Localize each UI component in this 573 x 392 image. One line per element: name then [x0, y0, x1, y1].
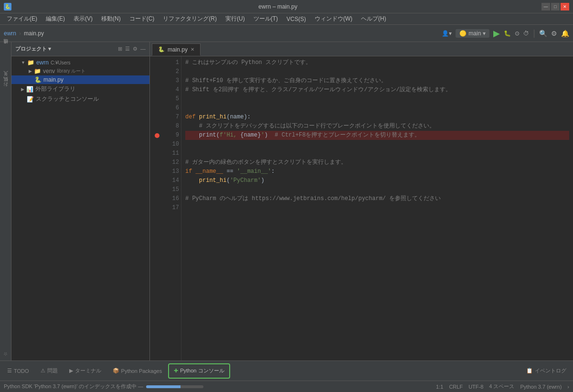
code-line-10 — [185, 140, 569, 149]
code-line-17 — [185, 203, 569, 212]
menu-view[interactable]: 表示(V) — [70, 14, 96, 24]
sidebar-tab-star[interactable]: ☆ — [1, 348, 10, 360]
panel-icon-close[interactable]: — — [140, 46, 146, 52]
bottom-tab-problems[interactable]: ⚠ 問題 — [35, 363, 63, 379]
tree-item-venv[interactable]: ▶ 📁 venv library ルート — [11, 67, 149, 75]
code-line-16: # PyCharm のヘルプは https://www.jetbrains.co… — [185, 194, 569, 203]
close-button[interactable]: ✕ — [561, 3, 569, 11]
panel-icon-gear[interactable]: ⊞ — [118, 46, 122, 52]
minimize-button[interactable]: — — [541, 3, 550, 11]
tree-item-root[interactable]: ▼ 📁 ewrn C:¥Users — [11, 58, 149, 67]
code-line-13: if __name__ == '__main__': — [185, 167, 569, 176]
notifications-icon[interactable]: 🔔 — [561, 30, 569, 37]
breadcrumb: ewrn › main.py — [4, 30, 44, 37]
todo-icon: ☰ — [7, 368, 12, 374]
menu-code[interactable]: コード(C) — [126, 14, 159, 24]
title-bar: 🐍 ewrn – main.py — □ ✕ — [0, 0, 573, 13]
python-packages-label: Python Packages — [121, 368, 162, 374]
user-icon[interactable]: 👤▾ — [442, 30, 452, 37]
panel-icon-list[interactable]: ☰ — [125, 46, 130, 52]
breakpoint-marker — [155, 133, 159, 138]
expand-icon-extlib: ▶ — [21, 87, 24, 92]
indent-spaces[interactable]: 4 スペース — [489, 383, 514, 390]
line-ending[interactable]: CRLF — [449, 384, 463, 390]
sidebar-tab-structure[interactable]: 構造 — [0, 44, 11, 52]
debug-button[interactable]: 🐛 — [504, 30, 511, 37]
code-line-8: # スクリプトをデバッグするには以下のコード行でブレークポイントを使用してくださ… — [185, 122, 569, 131]
code-line-3: # Shift+F10 を押して実行するか、ご自身のコードに置き換えてください。 — [185, 76, 569, 85]
breadcrumb-project[interactable]: ewrn — [4, 30, 16, 37]
editor-content[interactable]: 1 2 3 4 5 6 7 8 9 10 11 12 13 14 15 16 1… — [150, 56, 573, 360]
breadcrumb-file[interactable]: main.py — [24, 30, 44, 37]
window-controls: — □ ✕ — [541, 3, 569, 11]
code-line-2 — [185, 67, 569, 76]
profile-button[interactable]: ⏱ — [523, 30, 529, 37]
menu-file[interactable]: ファイル(E) — [3, 14, 41, 24]
file-icon-mainpy: 🐍 — [34, 76, 42, 83]
run-config-chevron: ▾ — [483, 30, 486, 37]
venv-icon: 📁 — [34, 68, 41, 74]
maximize-button[interactable]: □ — [551, 3, 560, 11]
menu-refactor[interactable]: リファクタリング(R) — [159, 14, 221, 24]
tree-item-scratch[interactable]: 📝 スクラッチとコンソール — [11, 94, 149, 104]
event-log-tab[interactable]: 📋 イベントログ — [521, 365, 571, 376]
tree-item-extlib[interactable]: ▶ 📊 外部ライブラリ — [11, 84, 149, 94]
bottom-tab-python-console[interactable]: ✚ Python コンソール — [168, 363, 230, 379]
terminal-label: ターミナル — [75, 367, 101, 374]
cursor-position[interactable]: 1:1 — [436, 384, 443, 390]
left-sidebar-tabs: 構造 お気に入り ☆ — [0, 42, 11, 360]
code-line-4: # Shift を2回押す を押すと、クラス/ファイル/ツールウィンドウ/アクシ… — [185, 85, 569, 95]
editor-tab-mainpy[interactable]: 🐍 main.py ✕ — [152, 43, 201, 56]
python-console-icon: ✚ — [174, 368, 178, 374]
search-button[interactable]: 🔍 — [539, 30, 547, 37]
sdk-status-text: Python SDK 'Python 3.7 (ewrn)' のインデックスを作… — [4, 383, 143, 390]
toolbar-right: 👤▾ 🟡 main ▾ ▶ 🐛 ⊙ ⏱ | 🔍 ⚙ 🔔 — [442, 28, 569, 39]
python-version[interactable]: Python 3.7 (ewrn) — [520, 384, 562, 390]
code-line-7: def print_hi(name): — [185, 113, 569, 122]
mainpy-label: main.py — [43, 76, 64, 83]
coverage-button[interactable]: ⊙ — [515, 30, 520, 37]
bottom-tab-terminal[interactable]: ▶ ターミナル — [64, 363, 106, 379]
tree-item-mainpy[interactable]: 🐍 main.py — [11, 75, 149, 84]
encoding[interactable]: UTF-8 — [468, 384, 483, 390]
problems-label: 問題 — [47, 367, 58, 374]
project-panel: プロジェクト ▾ ⊞ ☰ ⚙ — ▼ 📁 ewrn C:¥Users ▶ 📁 v… — [11, 42, 150, 360]
scratch-label: スクラッチとコンソール — [36, 95, 99, 103]
code-line-12: # ガター内の緑色のボタンを押すとスクリプトを実行します。 — [185, 158, 569, 167]
python-console-label: Python コンソール — [180, 367, 224, 374]
code-line-5 — [185, 95, 569, 104]
toolbar: ewrn › main.py 👤▾ 🟡 main ▾ ▶ 🐛 ⊙ ⏱ | 🔍 ⚙… — [0, 25, 573, 42]
extlib-label: 外部ライブラリ — [35, 85, 75, 93]
expand-icon: ▼ — [21, 60, 25, 65]
menu-help[interactable]: ヘルプ(H) — [357, 14, 390, 24]
run-config-icon: 🟡 — [459, 30, 467, 37]
code-line-11 — [185, 149, 569, 158]
bottom-tab-todo[interactable]: ☰ TODO — [2, 363, 34, 379]
todo-label: TODO — [14, 368, 29, 374]
status-progress: Python SDK 'Python 3.7 (ewrn)' のインデックスを作… — [4, 383, 432, 390]
line-numbers: 1 2 3 4 5 6 7 8 9 10 11 12 13 14 15 16 1… — [164, 56, 181, 360]
menu-vcs[interactable]: VCS(S) — [283, 15, 310, 23]
menu-edit[interactable]: 編集(E) — [42, 14, 69, 24]
menu-run[interactable]: 実行(U) — [222, 14, 249, 24]
extlib-icon: 📊 — [26, 86, 33, 93]
window-title: ewrn – main.py — [14, 3, 541, 10]
bottom-tab-python-packages[interactable]: 📦 Python Packages — [107, 363, 168, 379]
menu-window[interactable]: ウィンドウ(W) — [311, 14, 356, 24]
status-chevron: › — [567, 384, 569, 390]
editor-area: 🐍 main.py ✕ インデックス作成中... — [150, 42, 573, 360]
sidebar-tab-favorites[interactable]: お気に入り — [0, 71, 11, 94]
bottom-panel: ☰ TODO ⚠ 問題 ▶ ターミナル 📦 Python Packages ✚ … — [0, 360, 573, 381]
menu-bar: ファイル(E) 編集(E) 表示(V) 移動(N) コード(C) リファクタリン… — [0, 13, 573, 25]
scratch-icon: 📝 — [27, 96, 34, 103]
tab-close-button[interactable]: ✕ — [191, 47, 194, 52]
settings-icon[interactable]: ⚙ — [551, 30, 557, 37]
app-icon: 🐍 — [4, 3, 11, 11]
menu-tools[interactable]: ツール(T) — [250, 14, 282, 24]
code-area[interactable]: # これはサンプルの Python スクリプトです。 # Shift+F10 を… — [181, 56, 573, 360]
menu-navigate[interactable]: 移動(N) — [97, 14, 125, 24]
panel-icon-settings[interactable]: ⚙ — [133, 46, 138, 52]
run-config[interactable]: 🟡 main ▾ — [456, 29, 489, 38]
run-button[interactable]: ▶ — [493, 28, 500, 39]
status-right: 1:1 CRLF UTF-8 4 スペース Python 3.7 (ewrn) … — [436, 383, 569, 390]
